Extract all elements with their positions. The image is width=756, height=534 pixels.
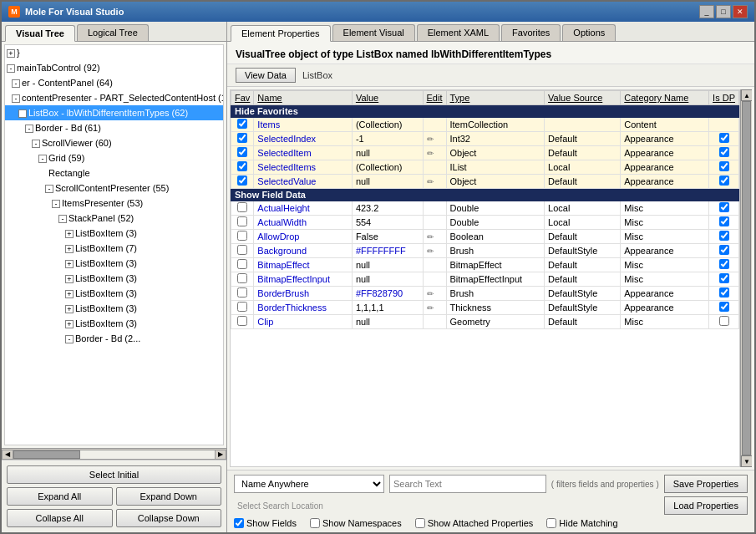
expand-down-button[interactable]: Expand Down [116, 487, 222, 506]
tab-visual-tree[interactable]: Visual Tree [5, 25, 75, 42]
scroll-left-btn[interactable]: ◀ [2, 450, 13, 460]
fav-checkbox-cell[interactable] [231, 118, 254, 132]
fav-checkbox[interactable] [237, 245, 247, 255]
tree-item[interactable]: -mainTabControl (92) [5, 60, 223, 75]
fav-checkbox[interactable] [237, 119, 247, 129]
tree-item[interactable]: -Grid (59) [5, 150, 223, 165]
prop-link[interactable]: SelectedItem [257, 148, 311, 158]
edit-icon[interactable]: ✏ [427, 232, 434, 242]
tree-item[interactable]: -Border - Bd (2... [5, 331, 223, 346]
tree-expander[interactable]: - [38, 155, 47, 163]
tree-expander[interactable]: + [65, 260, 74, 268]
fav-checkbox[interactable] [237, 202, 247, 212]
view-data-button[interactable]: View Data [236, 68, 296, 83]
fav-checkbox[interactable] [237, 273, 247, 283]
prop-edit-cell[interactable]: ✏ [423, 287, 446, 301]
fav-checkbox[interactable] [237, 175, 247, 186]
tree-item[interactable]: -ItemsPresenter (53) [5, 196, 223, 211]
prop-link[interactable]: BorderThickness [257, 303, 327, 313]
prop-link[interactable]: Clip [257, 317, 273, 327]
tree-item[interactable]: +ListBoxItem (3) [5, 301, 223, 316]
maximize-button[interactable]: □ [716, 5, 731, 18]
tree-item[interactable]: -ScrollViewer (60) [5, 135, 223, 150]
tree-expander[interactable]: + [65, 305, 74, 313]
col-type[interactable]: Type [446, 91, 545, 105]
fav-checkbox-cell[interactable] [231, 146, 254, 160]
fav-checkbox-cell[interactable] [231, 175, 254, 189]
fav-checkbox[interactable] [237, 302, 247, 312]
tree-item[interactable]: +ListBoxItem (3) [5, 316, 223, 331]
search-location-dropdown[interactable]: Name Anywhere Name StartsWith Name EndsW… [234, 475, 384, 493]
tree-expander[interactable]: - [58, 215, 67, 223]
fav-checkbox-cell[interactable] [231, 230, 254, 244]
prop-edit-cell[interactable]: ✏ [423, 230, 446, 244]
fav-checkbox[interactable] [237, 259, 247, 269]
load-properties-button[interactable]: Load Properties [664, 496, 748, 515]
col-name[interactable]: Name [254, 91, 353, 105]
fav-checkbox-cell[interactable] [231, 160, 254, 175]
collapse-all-button[interactable]: Collapse All [7, 509, 113, 527]
col-is-dp[interactable]: Is DP [709, 91, 739, 105]
tree-item-selected[interactable]: -ListBox - lbWithDifferentItemTypes (62) [5, 105, 223, 120]
prop-edit-cell[interactable]: ✏ [423, 146, 446, 160]
prop-edit-cell[interactable]: ✏ [423, 175, 446, 189]
edit-icon[interactable]: ✏ [427, 135, 434, 144]
fav-checkbox-cell[interactable] [231, 301, 254, 315]
fav-checkbox-cell[interactable] [231, 315, 254, 329]
fav-checkbox[interactable] [237, 147, 247, 157]
tree-expander[interactable]: + [7, 49, 15, 58]
tab-element-visual[interactable]: Element Visual [332, 24, 415, 41]
search-text-input[interactable] [389, 475, 546, 493]
tree-item[interactable]: +} [5, 45, 223, 60]
field-data-section-header[interactable]: Show Field Data [231, 189, 739, 201]
tree-expander[interactable]: - [45, 185, 53, 193]
scroll-down-btn[interactable]: ▼ [741, 455, 752, 467]
prop-link[interactable]: ActualHeight [257, 203, 309, 213]
close-button[interactable]: ✕ [733, 5, 748, 18]
minimize-button[interactable]: _ [699, 5, 714, 18]
tab-logical-tree[interactable]: Logical Tree [77, 24, 149, 41]
prop-link[interactable]: BorderBrush [257, 288, 309, 298]
scroll-right-btn[interactable]: ▶ [215, 450, 226, 460]
tree-expander[interactable]: + [65, 230, 74, 238]
select-initial-button[interactable]: Select Initial [7, 465, 221, 484]
fav-checkbox[interactable] [237, 161, 247, 171]
prop-link[interactable]: SelectedItems [257, 162, 316, 172]
show-namespaces-checkbox[interactable] [310, 518, 320, 528]
show-attached-label[interactable]: Show Attached Properties [415, 518, 534, 528]
prop-link[interactable]: SelectedValue [257, 176, 316, 186]
tree-expander[interactable]: + [65, 320, 74, 328]
tree-item[interactable]: -ScrollContentPresenter (55) [5, 181, 223, 196]
col-value-source[interactable]: Value Source [545, 91, 621, 105]
fav-checkbox[interactable] [237, 316, 247, 326]
tree-expander[interactable]: - [18, 109, 27, 118]
show-fields-label[interactable]: Show Fields [234, 518, 297, 528]
tree-item[interactable]: +ListBoxItem (3) [5, 271, 223, 286]
fav-checkbox-cell[interactable] [231, 216, 254, 230]
tree-area[interactable]: +} -mainTabControl (92) -er - ContentPan… [4, 44, 224, 445]
prop-edit-cell[interactable]: ✏ [423, 301, 446, 315]
edit-icon[interactable]: ✏ [427, 247, 434, 256]
prop-link[interactable]: Items [257, 120, 280, 130]
prop-link[interactable]: Background [257, 246, 307, 256]
collapse-down-button[interactable]: Collapse Down [116, 509, 222, 527]
show-attached-checkbox[interactable] [415, 518, 425, 528]
edit-icon[interactable]: ✏ [427, 289, 434, 298]
tab-element-properties[interactable]: Element Properties [231, 25, 331, 42]
edit-icon[interactable]: ✏ [427, 149, 434, 158]
fav-checkbox-cell[interactable] [231, 244, 254, 258]
prop-link[interactable]: SelectedIndex [257, 134, 316, 144]
hide-matching-checkbox[interactable] [546, 518, 556, 528]
tree-expander[interactable]: + [65, 275, 74, 283]
col-category[interactable]: Category Name [621, 91, 709, 105]
tab-element-xaml[interactable]: Element XAML [417, 24, 500, 41]
col-value[interactable]: Value [352, 91, 423, 105]
fav-checkbox-cell[interactable] [231, 201, 254, 216]
fav-checkbox-cell[interactable] [231, 258, 254, 272]
properties-table-container[interactable]: Fav Name Value Edit Type Value Source Ca… [230, 89, 740, 467]
prop-edit-cell[interactable]: ✏ [423, 132, 446, 146]
tree-expander[interactable]: - [32, 140, 40, 148]
fav-checkbox[interactable] [237, 287, 247, 298]
show-fields-checkbox[interactable] [234, 518, 244, 528]
tree-item[interactable]: -StackPanel (52) [5, 211, 223, 226]
